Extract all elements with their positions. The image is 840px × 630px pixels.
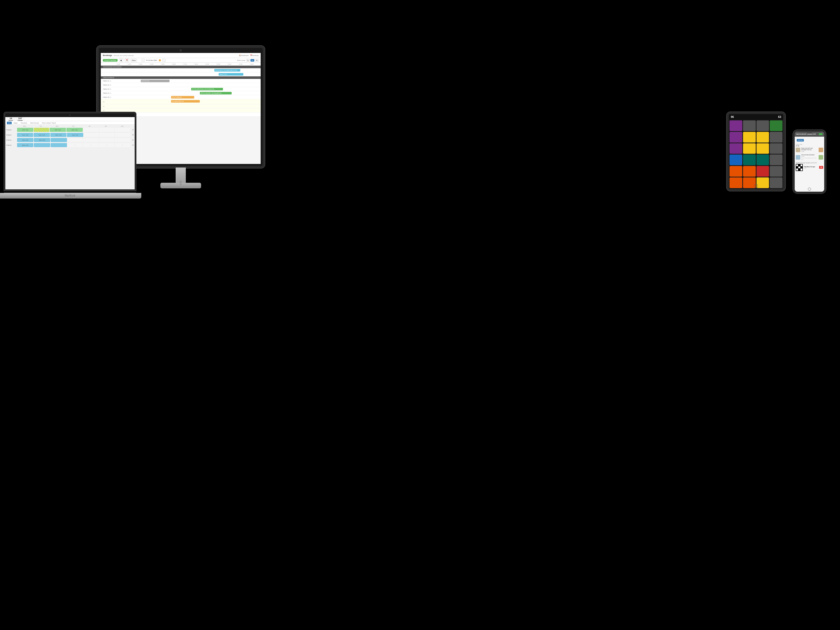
stat-booked-num: 16 [9,117,13,120]
zoom-4x[interactable]: 4x [255,59,259,62]
pos-tile-13[interactable] [729,155,742,165]
hour-23: 23:00 [249,63,261,65]
booking-block-sarah[interactable]: SARAH TULLY [219,73,243,76]
grid-view-button[interactable]: ▦ [119,58,123,62]
prev-date-button[interactable]: ‹ [142,59,145,62]
pos-tile-1[interactable] [729,120,742,131]
next-date-button[interactable]: › [163,59,166,62]
tab-timesheets[interactable]: Timesheets [20,122,28,124]
pos-tile-7[interactable] [756,132,769,142]
pos-tile-3[interactable] [756,120,769,131]
pos-tile-9[interactable] [729,143,742,154]
pos-tile-5[interactable] [729,132,742,142]
order-add-button[interactable]: Add Item [797,139,804,142]
iphone-home-button[interactable] [808,188,811,191]
rota-cell-r2c4[interactable]: 12:00 - 17:00 [67,133,83,137]
today-indicator [159,59,161,62]
order-item-1-name: Burger meal with extra description here … [801,148,818,151]
create-booking-button[interactable]: Create a booking [103,59,118,62]
table-04-booking[interactable]: MATTIE HAGENES: VALERIE@BERGD... [200,92,232,95]
nav-bookings[interactable]: 📅 Bookings [250,54,259,56]
table-09-cells [116,112,261,116]
bookings-toolbar: Create a booking ▦ 📆 Show ‹ Fri 11 Dec 2… [101,58,261,63]
pos-tile-11[interactable] [756,143,769,154]
rota-cell-r4c2[interactable] [34,143,50,147]
rota-cell-r3c2[interactable]: 09:00 - 13:00 [34,138,50,142]
pos-tile-8[interactable] [770,132,783,142]
order-item-2-img [819,155,823,159]
tab-rota-actuals[interactable]: Rota vs Actuals / Payroll [41,122,57,124]
table-04-label: TABLE 04 (2) [101,92,116,94]
table-03-label: TABLE 03 (8) [101,88,116,90]
pos-tile-17[interactable] [729,166,742,177]
rota-cell-r1c1[interactable]: 08:00 - 12:00 [17,128,33,132]
pos-tile-12[interactable] [770,143,783,154]
pos-tile-16[interactable] [770,155,783,165]
zoom-1x[interactable]: 1x [246,59,250,62]
zoom-2x[interactable]: 2x [251,59,254,62]
pos-tile-22[interactable] [743,177,756,188]
pos-tile-24[interactable] [770,177,783,188]
booking-block-peter[interactable]: PETER SMITH: PETER@EXAMPLE.COM [214,69,240,71]
pos-tile-4[interactable] [770,120,783,131]
pos-tile-2[interactable] [743,120,756,131]
pos-time: 96 [731,115,734,118]
order-item-1: Burger meal with extra description here … [795,147,824,153]
pos-tile-20[interactable] [770,166,783,177]
rota-cell-r1c5 [83,128,98,132]
rota-cell-r4c5: × [83,143,98,147]
order-footer-price: £3.00 [804,167,815,169]
hour-12: 12:00 [127,63,139,65]
pos-tile-21[interactable] [729,177,742,188]
rota-cell-r4c3[interactable] [51,143,67,147]
macbook-screen-outer: 16 Booked 107 Available Rota Wages Times… [4,112,136,191]
table-row-1: TABLE 01 (4) OUR BOOKING [101,79,261,83]
order-qr-area: Chip Mover 12 Lager description text ite… [795,161,824,172]
stat-available-label: Available [17,120,23,121]
rota-cell-r1c4[interactable]: 08:00 - 12:00 [66,128,83,132]
tab-rota[interactable]: Rota [7,122,12,124]
order-qr-text: Chip Mover 12 Lager description text ite… [796,162,823,163]
order-toggle[interactable] [819,133,823,135]
rota-cell-r3c7 [115,138,130,142]
rota-cell-r3c3[interactable] [51,138,67,142]
rota-cell-r2c3[interactable]: 12:00 - 17:00 [51,133,66,137]
tab-wages[interactable]: Wages [13,122,19,124]
show-button[interactable]: Show [131,59,137,62]
nav-dashboard[interactable]: 🏠 Dashboard [239,54,249,56]
rota-cell-r3c1[interactable]: 09:00 - 13:00 [17,138,33,142]
table-01-cells: OUR BOOKING [116,79,261,83]
rota-cell-r2c2[interactable]: 12:00 - 17:00 [33,133,50,137]
pos-tile-15[interactable] [756,155,769,165]
rota-cell-r4c1[interactable]: 08:00 - 11:00 [17,143,33,147]
rota-cell-r3c4 [68,138,83,142]
pos-tile-6[interactable] [743,132,756,142]
macbook-base: MacBook [0,193,141,199]
pos-tile-10[interactable] [743,143,756,154]
ipad-home-button[interactable] [754,184,758,188]
table-06-label: (8) [101,101,116,103]
table-03-cells: HETTIE ARMSTRONG: AGUSTIN@EXAM... [116,87,261,91]
table-03-booking[interactable]: HETTIE ARMSTRONG: AGUSTIN@EXAM... [191,88,223,90]
bookings-topbar: Bookings Manage your venue bookings 🏠 Da… [101,53,261,58]
rota-row-1-label: Employee [6,129,17,131]
pos-tile-18[interactable] [743,166,756,177]
rota-cell-r2c5 [84,133,99,137]
table-05-booking[interactable]: ZETTA R SMAGUE [171,96,194,98]
rota-cell-r1c3[interactable]: 08:00 - 12:00 [50,128,66,132]
hour-19: 19:00 [205,63,216,65]
table-01-booking[interactable]: OUR BOOKING [141,80,170,82]
table-row-4: TABLE 04 (2) MATTIE HAGENES: VALERIE@BER… [101,91,261,95]
rota-app: 16 Booked 107 Available Rota Wages Times… [5,117,135,189]
pos-tile-19[interactable] [756,166,769,177]
rota-cell-r1c2[interactable] [34,128,49,132]
table-06-booking[interactable]: F/LO BERNADINE STE [171,100,200,103]
pos-tile-14[interactable] [743,155,756,165]
calendar-view-button[interactable]: 📆 [125,58,129,62]
tab-daily-forecasts[interactable]: Daily Forecasts [29,122,40,124]
order-footer-row: Chip Mover 12 Lager £3.00 13 [796,164,823,171]
pos-tile-23[interactable] [756,177,769,188]
order-lines-time: 10:05 [796,145,823,147]
stat-booked-label: Booked [9,120,13,121]
rota-cell-r2c1[interactable]: 12:00 - 17:00 [17,133,33,137]
